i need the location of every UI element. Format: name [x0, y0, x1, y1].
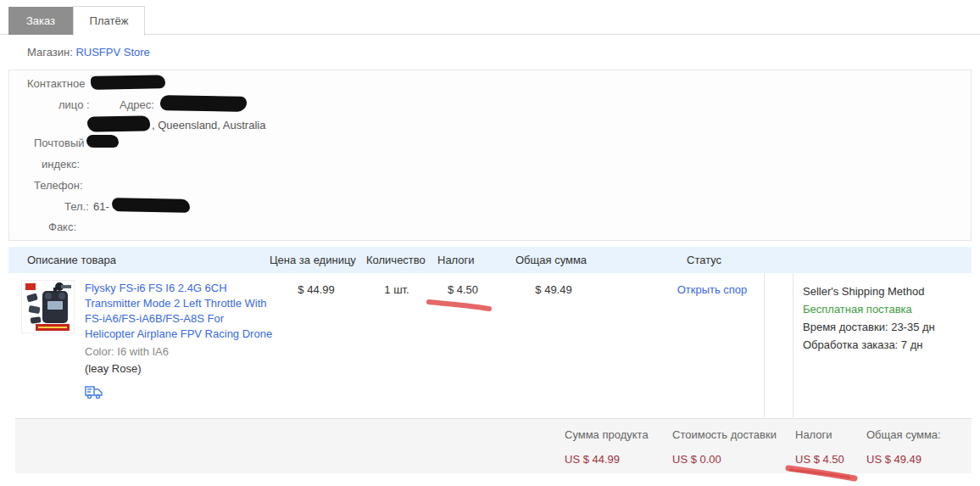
shipping-cost-label: Стоимость доставки — [672, 428, 777, 441]
col-total: Общая сумма — [515, 254, 587, 266]
item-quantity: 1 шт. — [361, 283, 432, 296]
tel-prefix: 61- — [93, 200, 109, 213]
product-description-cell: Flysky FS-i6 FS I6 2.4G 6CH Transmitter … — [85, 281, 275, 402]
tab-order[interactable]: Заказ — [8, 7, 73, 35]
item-tax: $ 4.50 — [429, 283, 497, 296]
tab-strip: Заказ Платёж — [0, 0, 980, 35]
redacted-postal-code — [86, 135, 119, 148]
free-shipping-label: Бесплатная поставка — [803, 300, 935, 318]
col-status: Статус — [687, 254, 721, 266]
col-unit-price: Цена за единицу — [270, 254, 356, 266]
contact-label-line2: лицо : — [58, 98, 90, 111]
order-table-header: Описание товара Цена за единицу Количест… — [8, 247, 972, 273]
tel-label: Тел.: — [64, 200, 89, 213]
status-cell: Открыть спор — [661, 283, 763, 296]
address-label: Адрес: — [120, 98, 154, 111]
redacted-address-city — [87, 115, 150, 131]
order-totals-bar: Сумма продукта Стоимость доставки Налоги… — [15, 418, 972, 473]
tax-total-label: Налоги — [795, 428, 832, 441]
product-title-link[interactable]: Flysky FS-i6 FS I6 2.4G 6CH Transmitter … — [85, 281, 275, 342]
grand-total-label: Общая сумма: — [866, 428, 941, 441]
open-dispute-link[interactable]: Открыть спор — [677, 283, 748, 296]
product-color: Color: I6 with IA6 — [85, 344, 275, 360]
store-row: Магазин: RUSFPV Store — [27, 46, 150, 59]
tax-total-value: US $ 4.50 — [795, 453, 844, 466]
processing-time: Обработка заказа: 7 дн — [803, 336, 935, 354]
postal-label-line1: Почтовый — [34, 137, 85, 149]
grand-total-value: US $ 49.49 — [866, 453, 922, 466]
order-page: Заказ Платёж Магазин: RUSFPV Store Конта… — [0, 0, 980, 486]
product-sum-label: Сумма продукта — [565, 428, 649, 441]
status-column-divider — [764, 273, 765, 417]
item-unit-price: $ 44.99 — [270, 283, 363, 296]
address-visible-part: , Queensland, Australia — [152, 119, 265, 131]
redacted-phone-number — [112, 198, 190, 213]
col-description: Описание товара — [27, 254, 116, 266]
col-tax: Налоги — [437, 254, 475, 266]
delivery-time: Время доставки: 23-35 дн — [803, 318, 935, 336]
product-image — [22, 281, 74, 332]
col-quantity: Количество — [366, 254, 426, 266]
postal-label-line2: индекс: — [42, 158, 80, 170]
contact-info-box: Контактное лицо : Адрес: , Queensland, A… — [8, 70, 972, 241]
shipping-truck-icon[interactable] — [85, 385, 275, 402]
shipping-panel-divider — [793, 273, 793, 417]
redacted-address-line1 — [160, 95, 247, 112]
product-variant: (leay Rose) — [85, 361, 275, 377]
shipping-cost-value: US $ 0.00 — [672, 453, 721, 466]
tax-annotation-scribble — [426, 296, 493, 315]
shipping-method-title: Seller's Shipping Method — [803, 282, 935, 300]
shipping-method-panel: Seller's Shipping Method Бесплатная пост… — [803, 282, 935, 354]
store-label: Магазин: — [27, 46, 73, 59]
product-sum-value: US $ 44.99 — [565, 453, 620, 466]
store-link[interactable]: RUSFPV Store — [75, 46, 149, 59]
product-thumbnail[interactable] — [21, 280, 75, 333]
contact-label-line1: Контактное — [27, 77, 85, 90]
fax-label: Факс: — [48, 221, 76, 233]
item-total: $ 49.49 — [507, 283, 600, 296]
tab-payment[interactable]: Платёж — [73, 6, 145, 36]
phone-label: Телефон: — [34, 179, 83, 192]
redacted-contact-name — [91, 75, 165, 90]
